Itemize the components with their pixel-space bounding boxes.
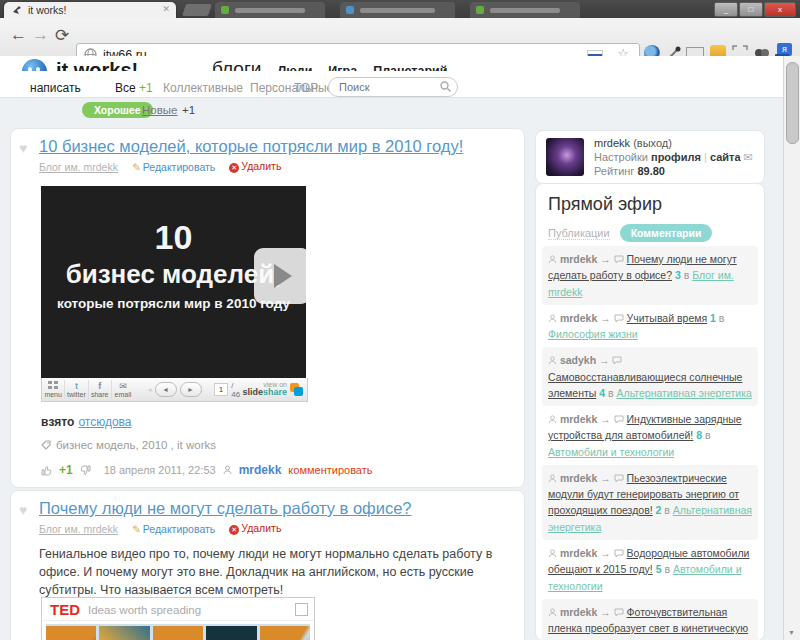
settings-site-link[interactable]: сайта (710, 151, 741, 163)
filter-new[interactable]: Новые (142, 104, 177, 116)
live-entry-category[interactable]: Философия жизни (548, 328, 638, 340)
slideshare-email-button[interactable]: ✉email (112, 380, 134, 399)
slide-page-indicator: 1 / 46 (214, 381, 243, 399)
post-author-link[interactable]: mrdekk (239, 463, 282, 477)
post-blog-link[interactable]: Блог им. mrdekk (39, 161, 118, 173)
back-button[interactable]: ← (10, 25, 27, 45)
maximize-button[interactable]: □ (739, 2, 763, 17)
page-scrollbar[interactable]: ▼ (783, 56, 800, 640)
post-blog-link[interactable]: Блог им. mrdekk (39, 523, 118, 535)
ted-video-frame[interactable] (46, 624, 310, 640)
arrow-glyph: → (600, 547, 613, 559)
avatar[interactable] (546, 138, 584, 176)
live-entry-user[interactable]: sadykh (560, 354, 596, 366)
tab-top[interactable]: ТОР (294, 81, 318, 95)
tab-publications[interactable]: Публикации (548, 227, 610, 240)
ted-video-embed[interactable]: TED Ideas worth spreading (41, 597, 315, 640)
tag-icon (41, 440, 51, 450)
live-feed-tabs: Публикации Комментарии (548, 224, 712, 242)
first-slide-icon[interactable]: ◂ (148, 386, 152, 394)
tab-collective[interactable]: Коллективные (163, 81, 243, 95)
tab-close-icon[interactable]: ✕ (162, 4, 170, 14)
arrow-glyph: → (600, 413, 613, 425)
live-entry: mrdekk → Почему люди не могут сделать ра… (542, 246, 758, 305)
comment-link[interactable]: комментировать (288, 464, 372, 476)
live-entry-category[interactable]: Альтернативная энергетика (617, 387, 752, 399)
live-entry-user[interactable]: mrdekk (560, 312, 597, 324)
prev-slide-button[interactable]: ◄ (155, 382, 177, 397)
settings-profile-link[interactable]: профиля (651, 151, 701, 163)
search-input[interactable] (337, 80, 436, 94)
slideshare-twitter-button[interactable]: ttwitter (65, 380, 88, 399)
video-thumbnail (153, 626, 203, 640)
favorite-heart-icon[interactable]: ♥ (19, 140, 27, 156)
background-window-tab[interactable] (215, 2, 325, 18)
twitter-icon: t (65, 381, 87, 391)
post-title[interactable]: Почему люди не могут сделать работу в оф… (39, 499, 411, 518)
slide-page-input[interactable]: 1 (214, 383, 229, 396)
logout-link[interactable]: (выход) (633, 137, 672, 149)
post-tags-text[interactable]: бизнес модель, 2010 , it works (56, 439, 216, 451)
delete-post-link[interactable]: ✕Удалить (229, 522, 281, 535)
video-thumbnail (46, 626, 96, 640)
play-button[interactable] (254, 248, 306, 304)
background-window-tab[interactable] (340, 2, 455, 18)
user-panel: mrdekk (выход) Настройки профиля | сайта… (535, 130, 765, 184)
close-button[interactable]: x (764, 2, 796, 17)
new-tab-button[interactable] (182, 4, 212, 16)
live-entry-user[interactable]: mrdekk (560, 547, 597, 559)
post-meta: Блог им. mrdekk ✎Редактировать ✕Удалить (39, 522, 281, 535)
envelope-icon[interactable]: ✉ (744, 151, 753, 163)
active-tab[interactable]: it works! ✕ (4, 2, 176, 18)
live-entry-user[interactable]: mrdekk (560, 606, 597, 618)
reload-button[interactable]: ⟳ (55, 25, 69, 46)
edit-post-link[interactable]: ✎Редактировать (132, 523, 215, 535)
live-entry-category[interactable]: Автомобили и технологии (548, 446, 674, 458)
in-word: в (684, 269, 693, 281)
slideshare-share-button[interactable]: fshare (89, 380, 112, 399)
live-entry-user[interactable]: mrdekk (560, 472, 597, 484)
source-prefix: взято (41, 415, 74, 429)
live-entry-title[interactable]: Учитывай время (627, 312, 708, 324)
thumb-down-icon[interactable] (80, 465, 91, 476)
email-icon: ✉ (112, 381, 134, 391)
delete-post-link[interactable]: ✕Удалить (229, 160, 281, 173)
post-title[interactable]: 10 бизнес моделей, которые потрясли мир … (39, 137, 463, 156)
tab-all-badge: +1 (139, 81, 153, 95)
counter-extension-icon[interactable]: я0.2M (777, 43, 792, 56)
play-icon (274, 264, 292, 288)
post-meta: Блог им. mrdekk ✎Редактировать ✕Удалить (39, 160, 281, 173)
slideshare-embed[interactable]: 10 бизнес моделей, которые потрясли мир … (41, 186, 306, 378)
search-icon (440, 81, 451, 92)
user-name[interactable]: mrdekk (594, 137, 630, 149)
search-box[interactable] (328, 77, 458, 97)
scrollbar-thumb[interactable] (786, 62, 799, 144)
live-feed-list: mrdekk → Почему люди не могут сделать ра… (542, 246, 758, 640)
slideshare-menu-button[interactable]: menu (42, 380, 65, 399)
forward-button[interactable]: → (32, 25, 49, 45)
tab-all[interactable]: Все +1 (115, 81, 153, 95)
user-rating-line: Рейтинг 89.80 (594, 165, 665, 177)
speech-bubble-icon (614, 314, 624, 323)
background-window-tab[interactable] (470, 2, 580, 18)
speech-bubble-icon (614, 549, 624, 558)
live-entry-user[interactable]: mrdekk (560, 413, 597, 425)
scrollbar-down-icon[interactable]: ▼ (788, 629, 795, 636)
minimize-button[interactable]: _ (714, 2, 738, 17)
write-post-button[interactable]: написать (30, 81, 81, 95)
favorite-heart-icon[interactable]: ♥ (19, 502, 27, 518)
next-slide-button[interactable]: ► (180, 382, 202, 397)
live-entry: mrdekk → Учитывай время 1 в Философия жи… (542, 305, 758, 348)
thumb-up-icon[interactable] (41, 465, 52, 476)
arrow-glyph: → (600, 312, 613, 324)
live-entry-user[interactable]: mrdekk (560, 253, 597, 265)
speech-bubble-icon (614, 474, 624, 483)
fullscreen-icon[interactable] (295, 603, 308, 616)
live-entry-count: 4 (599, 387, 605, 399)
slideshare-brand[interactable]: view on slideshare (242, 381, 303, 399)
in-word: в (664, 563, 673, 575)
source-link[interactable]: отсюдова (78, 415, 131, 429)
live-entry-count: 8 (696, 429, 702, 441)
edit-post-link[interactable]: ✎Редактировать (132, 161, 215, 173)
tab-comments[interactable]: Комментарии (620, 224, 713, 242)
